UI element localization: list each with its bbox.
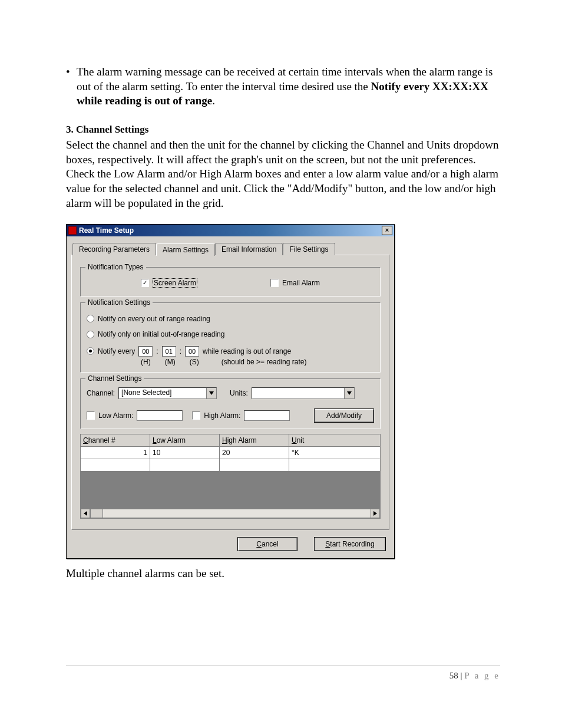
checkbox-high-alarm[interactable]: High Alarm: xyxy=(192,411,240,420)
rest: ancel xyxy=(262,540,279,548)
cell-high: 20 xyxy=(220,446,289,459)
group-notification-types: Notification Types ✓ Screen Alarm Email … xyxy=(80,267,381,297)
units-label: Units: xyxy=(230,389,248,397)
col-low: Low Alarm xyxy=(150,434,220,446)
chevron-down-icon xyxy=(344,388,354,398)
tab-label: Recording Parameters xyxy=(79,245,150,253)
low-alarm-label: Low Alarm: xyxy=(98,411,133,420)
page-label: P a g e xyxy=(464,671,500,680)
colon: : xyxy=(180,347,181,355)
checkbox-icon xyxy=(87,411,95,420)
interval-unit-labels: (H) (M) (S) (should be >= reading rate) xyxy=(141,358,374,366)
checkbox-email-alarm[interactable]: Email Alarm xyxy=(270,279,320,287)
units-value xyxy=(252,388,344,398)
tab-recording-parameters[interactable]: Recording Parameters xyxy=(72,243,156,255)
heading-channel-settings: 3. Channel Settings xyxy=(66,124,500,136)
chevron-down-icon xyxy=(206,388,216,398)
tab-alarm-settings[interactable]: Alarm Settings xyxy=(156,243,215,256)
hours-unit: (H) xyxy=(141,358,151,366)
legend-notification-settings: Notification Settings xyxy=(85,298,153,307)
paragraph-channel-settings: Select the channel and then the unit for… xyxy=(66,138,500,210)
checkbox-icon: ✓ xyxy=(141,279,149,287)
checkbox-icon xyxy=(192,411,200,420)
legend-channel-settings: Channel Settings xyxy=(85,374,144,383)
cell-channel: 1 xyxy=(81,446,150,459)
bullet-icon: • xyxy=(66,65,77,108)
tab-email-information[interactable]: Email Information xyxy=(215,243,283,255)
checkbox-label: Email Alarm xyxy=(282,279,320,287)
minutes-unit: (M) xyxy=(165,358,176,366)
tab-label: File Settings xyxy=(289,245,328,253)
checkbox-label: Screen Alarm xyxy=(153,278,197,288)
col-channel: Channel # xyxy=(81,434,150,446)
radio-icon xyxy=(87,315,94,322)
colon: : xyxy=(156,347,158,355)
footer-rule xyxy=(66,665,500,666)
channel-label: Channel: xyxy=(87,389,115,397)
grid-row[interactable]: 1 10 20 °K xyxy=(81,446,381,459)
close-button[interactable]: × xyxy=(382,226,392,235)
dialog-real-time-setup: Real Time Setup × Recording Parameters A… xyxy=(66,224,395,559)
scroll-left-icon[interactable] xyxy=(81,509,90,518)
radio-label: Notify on every out of range reading xyxy=(98,315,210,323)
scroll-right-icon[interactable] xyxy=(371,509,380,518)
page-number: 58 xyxy=(449,671,458,680)
interval-suffix: while reading is out of range xyxy=(203,347,291,355)
radio-notify-initial[interactable]: Notify only on initial out-of-range read… xyxy=(87,330,224,338)
horizontal-scrollbar[interactable] xyxy=(80,509,381,519)
channel-value: [None Selected] xyxy=(119,388,206,398)
tab-label: Email Information xyxy=(222,245,276,253)
checkbox-icon xyxy=(270,279,279,287)
tabstrip: Recording Parameters Alarm Settings Emai… xyxy=(72,242,391,255)
legend-notification-types: Notification Types xyxy=(85,263,146,271)
col-unit: Unit xyxy=(289,434,381,446)
high-alarm-input[interactable] xyxy=(244,410,290,421)
mn: C xyxy=(256,540,262,548)
group-notification-settings: Notification Settings Notify on every ou… xyxy=(80,302,381,373)
rate-note: (should be >= reading rate) xyxy=(222,358,307,366)
alarm-grid: Channel # Low Alarm High Alarm Unit 1 10… xyxy=(80,434,381,519)
high-alarm-label: High Alarm: xyxy=(204,411,240,420)
radio-label: Notify every xyxy=(98,347,135,355)
window-title: Real Time Setup xyxy=(79,226,382,235)
checkbox-low-alarm[interactable]: Low Alarm: xyxy=(87,411,133,420)
app-icon xyxy=(68,226,77,235)
grid-empty-area xyxy=(80,472,381,509)
page-footer: 58 | P a g e xyxy=(449,671,500,681)
scroll-track[interactable] xyxy=(103,509,371,518)
interval-seconds-input[interactable] xyxy=(185,346,199,357)
cell-unit: °K xyxy=(289,446,381,459)
interval-hours-input[interactable] xyxy=(138,346,153,357)
button-label: Add/Modify xyxy=(326,411,362,420)
rest: tart Recording xyxy=(330,540,374,548)
radio-icon xyxy=(87,347,94,355)
col-high: High Alarm xyxy=(220,434,289,446)
units-dropdown[interactable] xyxy=(252,387,355,399)
radio-label: Notify only on initial out-of-range read… xyxy=(98,330,224,338)
start-recording-button[interactable]: Start Recording xyxy=(314,537,386,551)
interval-minutes-input[interactable] xyxy=(162,346,176,357)
scroll-thumb[interactable] xyxy=(90,509,103,518)
radio-notify-every-reading[interactable]: Notify on every out of range reading xyxy=(87,315,210,323)
group-channel-settings: Channel Settings Channel: [None Selected… xyxy=(80,378,381,429)
titlebar: Real Time Setup × xyxy=(67,225,394,236)
doc-bullet-paragraph: • The alarm warning message can be recei… xyxy=(66,65,500,108)
bullet-suffix: . xyxy=(212,94,215,107)
cell-low: 10 xyxy=(150,446,220,459)
seconds-unit: (S) xyxy=(190,358,199,366)
radio-notify-interval[interactable]: Notify every xyxy=(87,347,135,355)
tab-label: Alarm Settings xyxy=(163,246,209,254)
cancel-button[interactable]: Cancel xyxy=(237,537,297,551)
low-alarm-input[interactable] xyxy=(137,410,183,421)
channel-dropdown[interactable]: [None Selected] xyxy=(118,387,217,399)
add-modify-button[interactable]: Add/Modify xyxy=(314,409,374,423)
grid-row-empty xyxy=(81,459,381,471)
close-icon: × xyxy=(385,227,389,233)
checkbox-screen-alarm[interactable]: ✓ Screen Alarm xyxy=(141,278,197,288)
paragraph-after-dialog: Multiple channel alarms can be set. xyxy=(66,567,500,580)
tab-panel-alarm-settings: Notification Types ✓ Screen Alarm Email … xyxy=(71,255,389,530)
grid-header-row: Channel # Low Alarm High Alarm Unit xyxy=(81,434,381,446)
tab-file-settings[interactable]: File Settings xyxy=(283,243,335,255)
radio-icon xyxy=(87,331,94,338)
